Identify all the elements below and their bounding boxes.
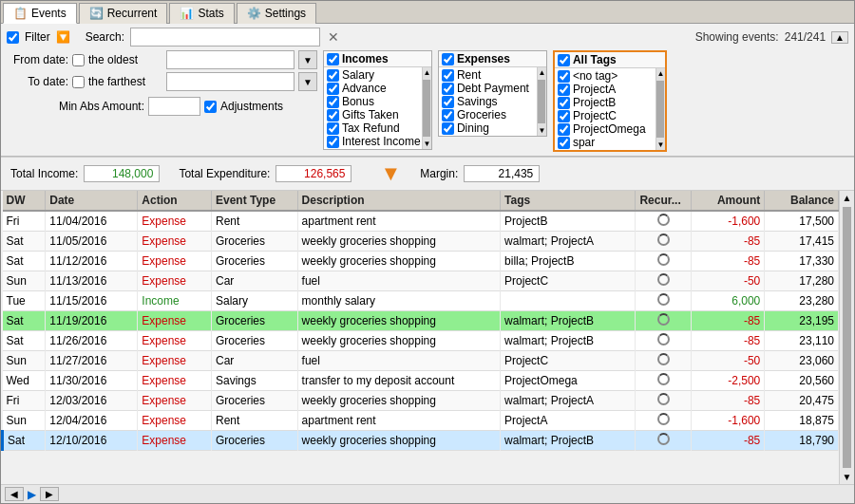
nav-next-button[interactable]: ▶ [40,487,59,501]
table-row[interactable]: Sat 11/12/2016 Expense Groceries weekly … [3,252,839,271]
cell-amount: -85 [691,232,765,252]
col-header-amount[interactable]: Amount [691,191,765,211]
from-oldest-checkbox[interactable] [72,54,85,66]
table-scroll-up[interactable]: ▲ [840,191,854,205]
scroll-up-arrow[interactable]: ▲ [656,68,665,79]
scroll-thumb[interactable] [538,80,545,123]
col-header-balance[interactable]: Balance [765,191,839,211]
list-item: Gifts Taken [327,108,419,121]
adjustments-checkbox[interactable] [204,101,217,113]
cell-amount: -85 [691,431,765,451]
col-header-date[interactable]: Date [46,191,138,211]
to-date-dropdown[interactable]: ▼ [298,72,317,91]
cell-tags: ProjectA [501,411,636,431]
bottom-nav: ◀ ▶ ▶ [1,484,854,503]
table-scroll-thumb[interactable] [843,207,851,468]
search-input[interactable] [130,28,320,47]
table-area: DW Date Action Event Type Description Ta… [1,191,854,484]
col-header-dw[interactable]: DW [3,191,46,211]
cell-balance: 23,110 [765,331,839,351]
cell-balance: 20,560 [765,371,839,391]
cell-dw: Sun [3,271,46,291]
cell-desc: apartment rent [297,211,501,232]
cell-amount: -50 [691,271,765,291]
table-row[interactable]: Sat 11/19/2016 Expense Groceries weekly … [3,311,839,331]
to-farthest-checkbox[interactable] [72,76,85,88]
incomes-scrollbar[interactable]: ▲ ▼ [422,67,431,149]
scroll-down-arrow[interactable]: ▼ [422,139,431,149]
cell-amount: -2,500 [691,371,765,391]
col-header-etype[interactable]: Event Type [211,191,297,211]
cell-action: Income [138,291,212,311]
cell-tags [501,291,636,311]
showing-count: 241/241 [785,30,826,44]
expenses-scrollbar[interactable]: ▲ ▼ [537,67,546,136]
scroll-thumb[interactable] [423,80,430,137]
table-row[interactable]: Sun 11/27/2016 Expense Car fuel ProjectC… [3,351,839,371]
cell-action: Expense [138,391,212,411]
list-item: Bonus [327,95,419,108]
list-item: Interest Income [327,135,419,148]
table-row[interactable]: Fri 11/04/2016 Expense Rent apartment re… [3,211,839,232]
table-scrollbar[interactable]: ▲ ▼ [839,191,854,484]
expenses-all-checkbox[interactable] [442,53,454,65]
tab-settings[interactable]: ⚙️ Settings [237,3,316,24]
scroll-up-arrow[interactable]: ▲ [422,67,431,78]
tab-recurrent[interactable]: 🔄 Recurrent [79,3,168,24]
tags-all-checkbox[interactable] [558,54,570,66]
cell-action: Expense [138,232,212,252]
min-abs-input[interactable]: 0 [148,97,200,116]
tab-stats[interactable]: 📊 Stats [169,3,234,24]
col-header-desc[interactable]: Description [297,191,501,211]
cell-tags: walmart; ProjectB [501,431,636,451]
total-income-label: Total Income: [10,167,78,180]
col-header-tags[interactable]: Tags [501,191,636,211]
scroll-thumb[interactable] [656,81,664,138]
scroll-down-arrow[interactable]: ▼ [656,140,665,150]
cell-date: 11/15/2016 [46,291,138,311]
tags-scrollbar[interactable]: ▲ ▼ [656,68,665,150]
nav-prev-button[interactable]: ◀ [5,487,24,501]
cell-dw: Sat [3,431,46,451]
tags-items: <no tag> ProjectA ProjectB ProjectC Proj… [555,68,656,150]
to-date-input[interactable]: 31 декабря 2016 г. [166,72,294,91]
cell-tags: walmart; ProjectA [501,391,636,411]
table-row[interactable]: Sat 12/10/2016 Expense Groceries weekly … [3,431,839,451]
cell-dw: Sat [3,232,46,252]
filter-checkbox[interactable] [7,31,19,44]
tags-list: All Tags <no tag> ProjectA ProjectB Proj… [553,50,667,152]
clear-search-button[interactable]: ✕ [326,29,341,45]
tab-bar: 📋 Events 🔄 Recurrent 📊 Stats ⚙️ Settings [1,1,854,24]
from-date-row: From date: the oldest 1 января 2015 г. ▼ [7,50,317,69]
cell-tags: walmart; ProjectA [501,232,636,252]
tab-events[interactable]: 📋 Events [3,3,77,24]
filter-icon: 🔽 [56,30,70,44]
scroll-up-arrow[interactable]: ▲ [537,67,546,78]
table-scroll-down[interactable]: ▼ [840,470,854,484]
table-row[interactable]: Fri 12/03/2016 Expense Groceries weekly … [3,391,839,411]
list-item: Savings [442,95,534,108]
cell-date: 12/03/2016 [46,391,138,411]
table-row[interactable]: Sat 11/05/2016 Expense Groceries weekly … [3,232,839,252]
table-row[interactable]: Wed 11/30/2016 Expense Savings transfer … [3,371,839,391]
col-header-recur[interactable]: Recur... [636,191,691,211]
cell-action: Expense [138,371,212,391]
table-row[interactable]: Sat 11/26/2016 Expense Groceries weekly … [3,331,839,351]
cell-etype: Groceries [211,252,297,271]
cell-desc: fuel [297,351,501,371]
incomes-all-checkbox[interactable] [327,53,339,65]
list-item: Advance [327,82,419,95]
table-row[interactable]: Sun 11/13/2016 Expense Car fuel ProjectC… [3,271,839,291]
from-date-dropdown[interactable]: ▼ [298,50,317,69]
total-margin-label: Margin: [420,167,458,180]
cell-recur [636,411,691,431]
tab-recurrent-label: Recurrent [107,7,158,20]
table-row[interactable]: Sun 12/04/2016 Expense Rent apartment re… [3,411,839,431]
col-header-action[interactable]: Action [138,191,212,211]
cell-etype: Groceries [211,391,297,411]
scroll-down-arrow[interactable]: ▼ [537,125,546,136]
cell-dw: Sat [3,252,46,271]
showing-scroll-button[interactable]: ▲ [831,31,848,44]
from-date-input[interactable]: 1 января 2015 г. [166,50,294,69]
table-row[interactable]: Tue 11/15/2016 Income Salary monthly sal… [3,291,839,311]
